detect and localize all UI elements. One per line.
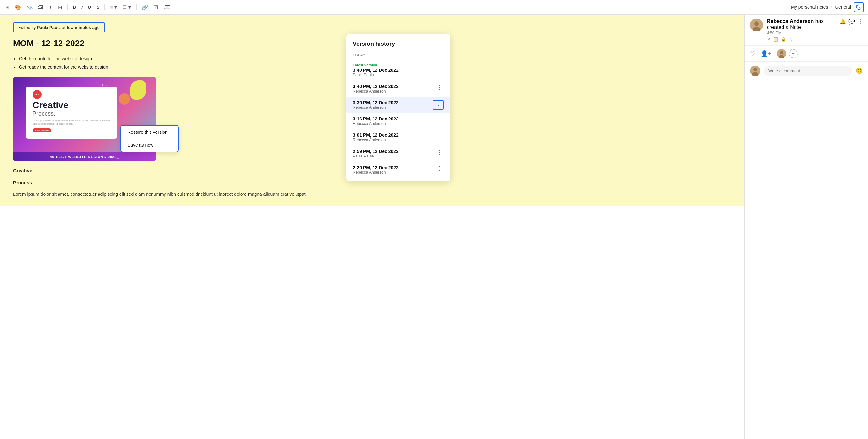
image-icon[interactable]: 🖼 (37, 4, 44, 11)
history-button[interactable] (854, 2, 864, 12)
version-7-author: Rebecca Anderson (353, 170, 435, 175)
version-5-time: 3:01 PM, 12 Dec 2022 (353, 133, 444, 138)
heart-reaction-icon[interactable]: ♡ (750, 50, 755, 57)
version-3-author: Rebecca Anderson (353, 105, 433, 110)
version-3-menu-button[interactable]: ⋮ (433, 100, 444, 110)
version-6-menu-button[interactable]: ⋮ (435, 149, 444, 156)
sidebar-notification-time: 4:50 PM (767, 31, 836, 35)
context-menu: Restore this version Save as new (120, 125, 179, 152)
sidebar-header-icons: ↗ 📋 🔒 ☆ (767, 37, 836, 41)
edited-by-prefix: Edited by (18, 25, 37, 30)
version-1-author: Paula Paula (353, 73, 444, 77)
add-reaction-button[interactable]: + (789, 49, 798, 58)
comment-box: 🙂 (745, 62, 868, 80)
version-4-time: 3:16 PM, 12 Dec 2022 (353, 116, 444, 122)
copy-icon[interactable]: 📋 (773, 37, 778, 41)
send-icon[interactable]: ✈ (47, 4, 54, 11)
chat-icon[interactable]: 💬 (848, 19, 855, 25)
edited-by-suffix: at (61, 25, 67, 30)
version-item-1[interactable]: Latest Version 3:40 PM, 12 Dec 2022 Paul… (346, 60, 450, 80)
version-history-title: Version history (346, 41, 450, 52)
version-2-menu-button[interactable]: ⋮ (435, 84, 444, 91)
right-sidebar: Rebecca Anderson has created a Note 4:50… (744, 14, 868, 439)
save-as-new-item[interactable]: Save as new (121, 139, 178, 151)
version-item-7-info: 2:20 PM, 12 Dec 2022 Rebecca Anderson (353, 165, 435, 175)
avatar-image (750, 19, 763, 32)
restore-version-item[interactable]: Restore this version (121, 126, 178, 139)
commenter-avatar-image (750, 66, 761, 76)
bold-button[interactable]: B (71, 4, 78, 10)
layout-icon[interactable]: ⊟ (57, 4, 63, 11)
external-link-icon[interactable]: ↗ (767, 37, 771, 41)
lock-icon[interactable]: 🔒 (781, 37, 786, 41)
version-item-7[interactable]: 2:20 PM, 12 Dec 2022 Rebecca Anderson ⋮ (346, 162, 450, 178)
breadcrumb: My personal notes › General (791, 2, 864, 12)
version-7-menu-button[interactable]: ⋮ (435, 165, 444, 172)
sidebar-notification-content: Rebecca Anderson has created a Note (767, 19, 836, 30)
version-item-2-info: 3:40 PM, 12 Dec 2022 Rebecca Anderson (353, 84, 435, 94)
edited-by-author: Paula Paula (37, 25, 61, 30)
edited-by-time: few minutes ago (67, 25, 100, 30)
version-item-5[interactable]: 3:01 PM, 12 Dec 2022 Rebecca Anderson (346, 129, 450, 145)
strikethrough-button[interactable]: S (95, 4, 100, 10)
version-item-3[interactable]: 3:30 PM, 12 Dec 2022 Rebecca Anderson ⋮ (346, 97, 450, 113)
palette-icon[interactable]: 🎨 (13, 4, 23, 11)
star-icon[interactable]: ☆ (789, 37, 793, 41)
underline-button[interactable]: U (87, 4, 92, 10)
reactor-avatar[interactable] (777, 49, 786, 58)
breadcrumb-note[interactable]: My personal notes (791, 5, 828, 10)
version-item-5-info: 3:01 PM, 12 Dec 2022 Rebecca Anderson (353, 133, 444, 142)
version-6-author: Paula Paula (353, 154, 435, 159)
version-item-2[interactable]: 3:40 PM, 12 Dec 2022 Rebecca Anderson ⋮ (346, 80, 450, 97)
bell-icon[interactable]: 🔔 (839, 19, 846, 25)
separator-3 (136, 4, 136, 10)
design-read-more: READ MORE (32, 128, 51, 133)
version-item-6[interactable]: 2:59 PM, 12 Dec 2022 Paula Paula ⋮ (346, 145, 450, 162)
edited-by-banner: Edited by Paula Paula at few minutes ago (13, 23, 105, 32)
version-5-author: Rebecca Anderson (353, 138, 444, 142)
align-icon[interactable]: ≡ ▾ (108, 4, 118, 11)
design-process-text: Process. (32, 110, 111, 117)
logo-text: LOGO (34, 94, 41, 96)
sidebar-header: Rebecca Anderson has created a Note 4:50… (745, 14, 868, 46)
sidebar-notification-text: Rebecca Anderson has created a Note 4:50… (767, 19, 836, 41)
design-white-box: LOGO Creative Process. Lorem ipsum dolor… (26, 87, 117, 139)
version-item-3-info: 3:30 PM, 12 Dec 2022 Rebecca Anderson (353, 100, 433, 110)
italic-button[interactable]: I (80, 4, 84, 10)
breadcrumb-separator: › (831, 5, 833, 10)
version-3-time: 3:30 PM, 12 Dec 2022 (353, 100, 433, 105)
list-icon[interactable]: ☰ ▾ (121, 4, 132, 11)
reaction-separator (758, 50, 758, 57)
checkbox-icon[interactable]: ☑ (152, 4, 159, 11)
design-lorem-text: Lorem ipsum dolor vit amet, consectetuer… (32, 119, 111, 126)
commenter-avatar (750, 66, 761, 76)
emoji-icon[interactable]: 🙂 (856, 67, 863, 74)
grid-icon[interactable]: ⊞ (4, 4, 11, 11)
version-item-6-info: 2:59 PM, 12 Dec 2022 Paula Paula (353, 149, 435, 159)
version-1-time: 3:40 PM, 12 Dec 2022 (353, 68, 444, 73)
comment-input[interactable] (764, 66, 852, 76)
more-options-icon[interactable]: ⋮ (858, 19, 863, 25)
version-2-time: 3:40 PM, 12 Dec 2022 (353, 84, 435, 89)
svg-point-7 (753, 68, 757, 71)
decorative-blob-1 (130, 80, 146, 100)
erase-icon[interactable]: ⌫ (162, 4, 172, 11)
version-latest-label: Latest Version (353, 63, 444, 67)
reaction-separator-2 (774, 50, 774, 57)
design-logo: LOGO (32, 90, 41, 99)
design-creative-text: Creative (32, 100, 111, 110)
attach-icon[interactable]: 📎 (25, 4, 34, 11)
link-icon[interactable]: 🔗 (141, 4, 150, 11)
editor-container: Edited by Paula Paula at few minutes ago… (0, 14, 744, 439)
version-item-4[interactable]: 3:16 PM, 12 Dec 2022 Rebecca Anderson (346, 113, 450, 129)
person-add-icon[interactable]: 👤+ (761, 50, 771, 57)
version-2-author: Rebecca Anderson (353, 89, 435, 94)
version-section-today: TODAY (346, 52, 450, 60)
version-6-time: 2:59 PM, 12 Dec 2022 (353, 149, 435, 154)
version-4-author: Rebecca Anderson (353, 122, 444, 126)
version-item-4-info: 3:16 PM, 12 Dec 2022 Rebecca Anderson (353, 116, 444, 126)
sidebar-reactions: ♡ 👤+ + (745, 46, 868, 62)
sidebar-author-name: Rebecca Anderson (767, 19, 814, 24)
breadcrumb-section[interactable]: General (835, 5, 851, 10)
sidebar-avatar (750, 19, 763, 32)
